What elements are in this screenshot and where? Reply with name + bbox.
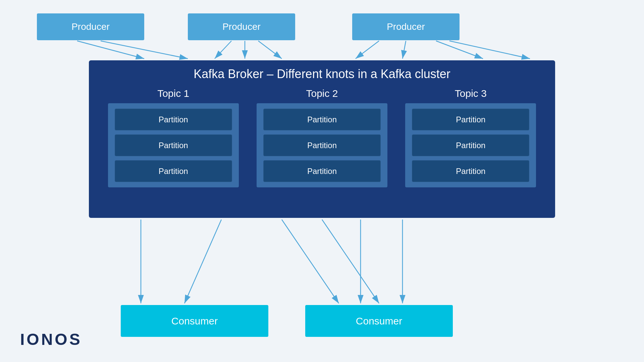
svg-line-3 xyxy=(215,41,231,59)
svg-line-13 xyxy=(322,220,379,303)
producer-box-1: Producer xyxy=(37,13,144,40)
consumer-box-1: Consumer xyxy=(121,305,268,337)
svg-line-1 xyxy=(77,41,144,59)
topic-2-inner: Partition Partition Partition xyxy=(257,103,387,187)
producer-2-label: Producer xyxy=(222,21,261,32)
producer-3-label: Producer xyxy=(387,21,425,32)
svg-line-6 xyxy=(356,41,379,59)
topic-1-inner: Partition Partition Partition xyxy=(108,103,239,187)
consumer-1-label: Consumer xyxy=(171,315,218,327)
topic-1-partition-2: Partition xyxy=(115,134,232,156)
topic-3-container: Topic 3 Partition Partition Partition xyxy=(405,88,536,187)
topic-1-partition-1: Partition xyxy=(115,109,232,130)
topic-3-partition-2: Partition xyxy=(412,134,529,156)
topic-2-partition-2: Partition xyxy=(263,134,381,156)
producer-box-2: Producer xyxy=(188,13,295,40)
topic-1-container: Topic 1 Partition Partition Partition xyxy=(108,88,239,187)
topic-3-label: Topic 3 xyxy=(455,88,487,99)
svg-line-7 xyxy=(402,41,406,59)
topic-2-partition-3: Partition xyxy=(263,160,381,182)
broker-title: Kafka Broker – Different knots in a Kafk… xyxy=(99,67,545,81)
ionos-logo: IONOS xyxy=(20,330,82,349)
broker-box: Kafka Broker – Different knots in a Kafk… xyxy=(89,60,555,218)
topic-3-partition-3: Partition xyxy=(412,160,529,182)
svg-line-2 xyxy=(101,41,188,59)
topic-3-inner: Partition Partition Partition xyxy=(405,103,536,187)
producer-1-label: Producer xyxy=(71,21,110,32)
producer-box-3: Producer xyxy=(352,13,460,40)
svg-line-9 xyxy=(449,41,530,59)
svg-line-12 xyxy=(282,220,339,303)
svg-line-5 xyxy=(258,41,282,59)
topic-2-container: Topic 2 Partition Partition Partition xyxy=(257,88,387,187)
consumer-box-2: Consumer xyxy=(305,305,453,337)
topic-2-partition-1: Partition xyxy=(263,109,381,130)
consumer-2-label: Consumer xyxy=(356,315,402,327)
svg-line-11 xyxy=(184,220,221,303)
topic-3-partition-1: Partition xyxy=(412,109,529,130)
diagram-container: Producer Producer Producer Kafka Broker … xyxy=(0,0,644,362)
topic-1-partition-3: Partition xyxy=(115,160,232,182)
topics-row: Topic 1 Partition Partition Partition To… xyxy=(99,88,545,187)
svg-line-8 xyxy=(436,41,483,59)
topic-2-label: Topic 2 xyxy=(306,88,338,99)
topic-1-label: Topic 1 xyxy=(157,88,189,99)
